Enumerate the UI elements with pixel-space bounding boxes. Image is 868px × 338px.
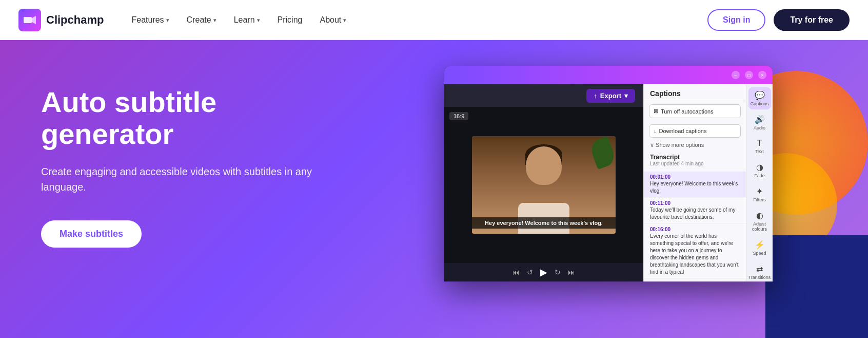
plant-leaf-icon — [588, 136, 616, 170]
skip-forward-button[interactable]: ⏭ — [568, 268, 575, 276]
autocaptions-icon: ⊠ — [654, 108, 658, 115]
about-chevron-icon: ▾ — [343, 17, 346, 24]
features-chevron-icon: ▾ — [166, 17, 169, 24]
nav-left: Clipchamp Features ▾ Create ▾ Learn ▾ Pr… — [18, 9, 353, 31]
try-for-free-button[interactable]: Try for free — [774, 9, 850, 31]
download-icon: ↓ — [654, 128, 657, 134]
colours-icon: ◐ — [756, 211, 763, 220]
icon-sidebar: 💬 Captions 🔊 Audio T Text ◑ Fade ✦ Filte… — [746, 84, 773, 281]
speed-icon: ⚡ — [755, 240, 765, 250]
sidebar-icon-audio[interactable]: 🔊 Audio — [748, 111, 771, 134]
sidebar-icon-speed[interactable]: ⚡ Speed — [748, 237, 771, 259]
make-subtitles-button[interactable]: Make subtitles — [41, 220, 142, 248]
download-captions-button[interactable]: ↓ Download captions — [649, 124, 741, 138]
transcript-text: Today we'll be going over some of my fav… — [650, 206, 740, 221]
captions-icon: 💬 — [755, 90, 765, 100]
editor-toolbar: ↑ Export ▾ — [444, 84, 643, 107]
svg-rect-0 — [24, 17, 32, 23]
transcript-entry[interactable]: 00:01:00 Hey everyone! Welcome to this w… — [644, 172, 746, 198]
transcript-timestamp: 00:16:00 — [650, 227, 740, 232]
maximize-button[interactable]: □ — [745, 71, 753, 79]
turn-off-autocaptions-button[interactable]: ⊠ Turn off autocaptions — [649, 104, 741, 118]
nav-item-features[interactable]: Features ▾ — [124, 11, 176, 29]
hero-title: Auto subtitle generator — [41, 86, 318, 149]
filters-icon: ✦ — [756, 186, 763, 196]
audio-icon: 🔊 — [755, 115, 765, 124]
filters-icon-label: Filters — [753, 197, 766, 202]
sidebar-icon-filters[interactable]: ✦ Filters — [748, 183, 771, 205]
hero-right: − □ × ↑ Export ▾ — [349, 40, 868, 338]
video-subtitle-bar: Hey everyone! Welcome to this week's vlo… — [472, 217, 616, 229]
hero-subtitle: Create engaging and accessible videos wi… — [41, 164, 318, 195]
sidebar-icon-fade[interactable]: ◑ Fade — [748, 159, 771, 181]
editor-main: ↑ Export ▾ 16:9 — [444, 84, 643, 281]
show-more-options[interactable]: ∨ Show more options — [644, 141, 746, 152]
transcript-updated-time: Last updated 4 min ago — [644, 161, 746, 170]
video-thumbnail: Hey everyone! Welcome to this week's vlo… — [472, 136, 616, 234]
navbar: Clipchamp Features ▾ Create ▾ Learn ▾ Pr… — [0, 0, 868, 40]
transcript-text: Hey everyone! Welcome to this week's vlo… — [650, 180, 740, 195]
minimize-button[interactable]: − — [732, 71, 740, 79]
nav-item-learn[interactable]: Learn ▾ — [227, 11, 267, 29]
close-button[interactable]: × — [758, 71, 766, 79]
learn-chevron-icon: ▾ — [257, 17, 260, 24]
transitions-icon: ⇄ — [756, 264, 763, 274]
person-head — [526, 146, 562, 185]
logo-text: Clipchamp — [46, 13, 104, 27]
transcript-entry[interactable]: 00:16:00 Every corner of the world has s… — [644, 224, 746, 279]
transitions-icon-label: Transitions — [748, 275, 771, 280]
transcript-text: Every corner of the world has something … — [650, 233, 740, 276]
captions-icon-label: Captions — [751, 101, 769, 106]
video-controls: ⏮ ↺ ▶ ↻ ⏭ — [444, 263, 643, 281]
colours-icon-label: Adjust colours — [751, 221, 769, 232]
fade-icon: ◑ — [756, 162, 763, 172]
app-window: − □ × ↑ Export ▾ — [444, 66, 773, 281]
audio-icon-label: Audio — [754, 125, 765, 130]
nav-links: Features ▾ Create ▾ Learn ▾ Pricing Abou… — [124, 11, 353, 29]
rewind-button[interactable]: ↺ — [527, 268, 533, 276]
clipchamp-logo-icon — [18, 9, 41, 31]
text-icon-label: Text — [755, 149, 764, 154]
nav-item-create[interactable]: Create ▾ — [180, 11, 224, 29]
forward-button[interactable]: ↻ — [555, 268, 561, 276]
logo-area[interactable]: Clipchamp — [18, 9, 104, 31]
captions-panel-title: Captions — [644, 84, 746, 101]
create-chevron-icon: ▾ — [213, 17, 216, 24]
export-icon: ↑ — [594, 92, 597, 100]
speed-icon-label: Speed — [753, 251, 766, 256]
app-body: ↑ Export ▾ 16:9 — [444, 84, 773, 281]
export-chevron-icon: ▾ — [624, 92, 628, 100]
text-icon: T — [757, 139, 762, 148]
svg-marker-1 — [32, 16, 36, 24]
transcript-label: Transcript — [644, 152, 746, 161]
sign-in-button[interactable]: Sign in — [707, 9, 765, 31]
video-area[interactable]: 16:9 Hey everyone! Welcome to this week'… — [444, 107, 643, 263]
hero-section: Auto subtitle generator Create engaging … — [0, 40, 868, 338]
plant-decoration — [585, 136, 616, 177]
export-button[interactable]: ↑ Export ▾ — [586, 89, 635, 103]
sidebar-icon-transitions[interactable]: ⇄ Transitions — [748, 261, 771, 281]
sidebar-icon-colours[interactable]: ◐ Adjust colours — [748, 208, 771, 235]
captions-panel: Captions ⊠ Turn off autocaptions ↓ Downl… — [643, 84, 746, 281]
play-button[interactable]: ▶ — [540, 267, 547, 278]
sidebar-icon-captions[interactable]: 💬 Captions — [748, 87, 771, 109]
skip-back-button[interactable]: ⏮ — [512, 268, 520, 276]
hero-left: Auto subtitle generator Create engaging … — [0, 40, 349, 338]
app-titlebar: − □ × — [444, 66, 773, 84]
fade-icon-label: Fade — [754, 173, 765, 178]
nav-item-pricing[interactable]: Pricing — [270, 11, 310, 29]
aspect-ratio-badge: 16:9 — [449, 112, 468, 120]
sidebar-icon-text[interactable]: T Text — [748, 136, 771, 157]
nav-item-about[interactable]: About ▾ — [312, 11, 353, 29]
nav-right: Sign in Try for free — [707, 9, 850, 31]
transcript-timestamp: 00:11:00 — [650, 200, 740, 206]
transcript-scroll[interactable]: 00:01:00 Hey everyone! Welcome to this w… — [644, 170, 746, 281]
transcript-timestamp: 00:01:00 — [650, 174, 740, 180]
transcript-entry[interactable]: 00:11:00 Today we'll be going over some … — [644, 198, 746, 224]
